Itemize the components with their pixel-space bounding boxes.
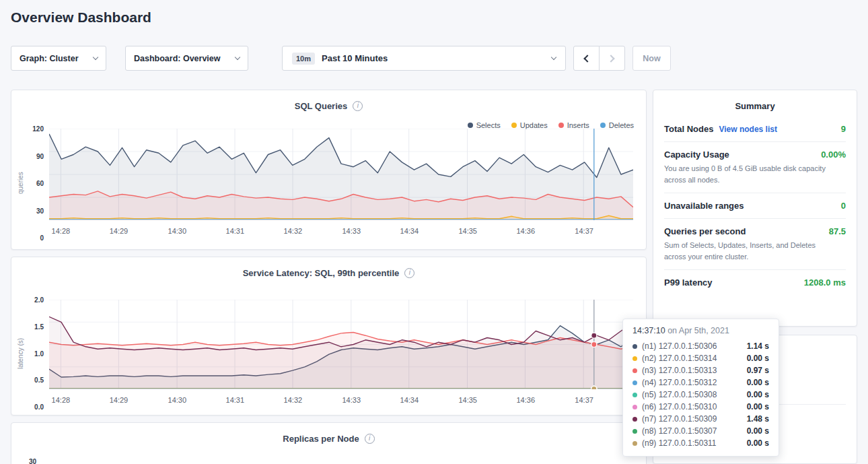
tooltip-node-label: (n7) 127.0.0.1:50309 bbox=[642, 414, 717, 424]
chart-title: Service Latency: SQL, 99th percentile bbox=[243, 268, 400, 278]
summary-row: Queries per second87.5Sum of Selects, Up… bbox=[664, 218, 846, 269]
tooltip-row: (n1) 127.0.0.1:503061.14 s bbox=[632, 340, 769, 352]
summary-row: P99 latency1208.0 ms bbox=[664, 269, 846, 295]
time-range-badge: 10m bbox=[292, 53, 315, 65]
y-tick-label: 0.5 bbox=[34, 376, 44, 384]
y-tick-label: 120 bbox=[32, 125, 44, 133]
view-nodes-link[interactable]: View nodes list bbox=[719, 125, 776, 134]
x-tick-label: 14:32 bbox=[284, 396, 303, 404]
tooltip-node-label: (n8) 127.0.0.1:50307 bbox=[642, 426, 717, 436]
tooltip-row: (n3) 127.0.0.1:503130.97 s bbox=[632, 364, 769, 376]
x-tick-label: 14:36 bbox=[516, 227, 535, 235]
tooltip-header: 14:37:10 on Apr 5th, 2021 bbox=[632, 326, 769, 335]
plot-area: 14:2814:2914:3014:3114:3214:3314:3414:35… bbox=[49, 129, 634, 238]
x-tick-label: 14:37 bbox=[575, 396, 593, 404]
summary-row: Unavailable ranges0 bbox=[664, 193, 846, 218]
tooltip-value: 0.00 s bbox=[747, 402, 769, 411]
summary-label: Unavailable ranges bbox=[664, 201, 744, 211]
summary-title: Summary bbox=[653, 90, 857, 117]
legend-dot-icon bbox=[600, 123, 606, 128]
x-axis: 14:2814:2914:3014:3114:3214:3314:3414:35… bbox=[49, 226, 634, 238]
x-tick-label: 14:37 bbox=[575, 227, 593, 235]
summary-panel: Summary Total NodesView nodes list9Capac… bbox=[653, 90, 857, 327]
tooltip-node-label: (n3) 127.0.0.1:50313 bbox=[642, 366, 717, 375]
info-icon[interactable] bbox=[365, 434, 375, 444]
info-icon[interactable] bbox=[353, 101, 363, 111]
now-button[interactable]: Now bbox=[632, 46, 671, 71]
summary-subtext: You are using 0 B of 4.5 GiB usable disk… bbox=[664, 163, 834, 185]
prev-time-button[interactable] bbox=[573, 46, 600, 71]
tooltip-time: 14:37:10 bbox=[632, 326, 665, 335]
chart-title: SQL Queries bbox=[295, 101, 348, 111]
sql-queries-card: SQL Queries SelectsUpdatesInsertsDeletes… bbox=[11, 90, 647, 250]
legend-dot-icon bbox=[468, 123, 473, 128]
x-tick-label: 14:35 bbox=[458, 227, 477, 235]
x-tick-label: 14:34 bbox=[400, 227, 419, 235]
x-tick-label: 14:33 bbox=[342, 227, 361, 235]
series-dot-icon bbox=[632, 368, 637, 373]
summary-rows: Total NodesView nodes list9Capacity Usag… bbox=[653, 117, 857, 295]
summary-value: 1208.0 ms bbox=[804, 277, 846, 288]
x-tick-label: 14:35 bbox=[458, 396, 477, 404]
service-latency-card: Service Latency: SQL, 99th percentile la… bbox=[11, 257, 647, 416]
x-tick-label: 14:32 bbox=[284, 227, 303, 235]
summary-row: Total NodesView nodes list9 bbox=[664, 117, 846, 141]
x-axis: 14:2814:2914:3014:3114:3214:3314:3414:35… bbox=[49, 395, 634, 407]
summary-row: Capacity Usage0.00%You are using 0 B of … bbox=[664, 141, 846, 193]
chart-title: Replicas per Node bbox=[283, 434, 359, 444]
y-tick-label: 30 bbox=[36, 207, 44, 214]
graph-dropdown[interactable]: Graph: Cluster bbox=[11, 46, 106, 71]
sql-plot-row: queries 0306090120 14:2814:2914:3014:311… bbox=[17, 129, 634, 238]
tooltip-node-label: (n1) 127.0.0.1:50306 bbox=[642, 341, 717, 351]
chart-header: SQL Queries bbox=[11, 90, 646, 111]
x-tick-label: 14:34 bbox=[400, 396, 419, 404]
y-tick-label: 90 bbox=[36, 152, 44, 160]
summary-label: P99 latency bbox=[664, 277, 713, 288]
x-tick-label: 14:36 bbox=[516, 396, 535, 404]
tooltip-date: on Apr 5th, 2021 bbox=[667, 326, 729, 335]
summary-value: 0.00% bbox=[821, 150, 846, 160]
chart-header: Replicas per Node bbox=[11, 423, 646, 444]
x-tick-label: 14:29 bbox=[110, 227, 129, 235]
chevron-down-icon bbox=[235, 55, 240, 60]
tooltip-row: (n4) 127.0.0.1:503120.00 s bbox=[632, 376, 769, 389]
tooltip-rows: (n1) 127.0.0.1:503061.14 s(n2) 127.0.0.1… bbox=[632, 340, 769, 449]
tooltip-row: (n7) 127.0.0.1:503091.48 s bbox=[632, 413, 769, 425]
tooltip-value: 0.00 s bbox=[747, 390, 769, 399]
x-tick-label: 14:28 bbox=[52, 227, 71, 235]
page-title: Overview Dashboard bbox=[11, 9, 151, 26]
x-tick-label: 14:28 bbox=[52, 396, 71, 404]
sql-chart-plot[interactable] bbox=[49, 129, 633, 220]
plot-area: 14:2814:2914:3014:3114:3214:3314:3414:35… bbox=[49, 300, 634, 407]
series-dot-icon bbox=[632, 380, 637, 385]
tooltip-node-label: (n4) 127.0.0.1:50312 bbox=[642, 378, 717, 387]
legend-dot-icon bbox=[511, 123, 517, 128]
info-icon[interactable] bbox=[404, 268, 414, 278]
y-tick-label: 2.0 bbox=[34, 296, 44, 304]
next-time-button[interactable] bbox=[599, 46, 625, 71]
chevron-right-icon bbox=[607, 55, 614, 62]
x-tick-label: 14:33 bbox=[342, 396, 361, 404]
tooltip-value: 1.14 s bbox=[747, 341, 769, 351]
latency-chart-plot[interactable] bbox=[49, 300, 633, 389]
tooltip-row: (n2) 127.0.0.1:503140.00 s bbox=[632, 352, 769, 364]
dashboard-dropdown-label: Dashboard: Overview bbox=[134, 54, 221, 63]
dashboard-dropdown[interactable]: Dashboard: Overview bbox=[125, 46, 248, 71]
summary-subtext: Sum of Selects, Updates, Inserts, and De… bbox=[664, 240, 834, 262]
chart-tooltip: 14:37:10 on Apr 5th, 2021 (n1) 127.0.0.1… bbox=[622, 319, 779, 457]
summary-value: 87.5 bbox=[829, 226, 846, 236]
tooltip-value: 0.00 s bbox=[747, 438, 769, 448]
chevron-down-icon bbox=[551, 55, 556, 60]
series-dot-icon bbox=[632, 417, 637, 422]
tooltip-node-label: (n6) 127.0.0.1:50310 bbox=[642, 402, 717, 411]
overview-dashboard-page: Overview Dashboard Graph: Cluster Dashbo… bbox=[0, 0, 868, 464]
x-tick-label: 14:30 bbox=[168, 227, 187, 235]
legend-dot-icon bbox=[558, 123, 564, 128]
series-dot-icon bbox=[632, 344, 637, 349]
summary-value: 0 bbox=[841, 201, 846, 211]
tooltip-row: (n6) 127.0.0.1:503100.00 s bbox=[632, 401, 769, 413]
graph-dropdown-label: Graph: Cluster bbox=[20, 54, 79, 63]
tooltip-node-label: (n2) 127.0.0.1:50314 bbox=[642, 354, 717, 363]
time-range-picker[interactable]: 10m Past 10 Minutes bbox=[282, 46, 566, 71]
tooltip-value: 0.00 s bbox=[747, 426, 769, 436]
